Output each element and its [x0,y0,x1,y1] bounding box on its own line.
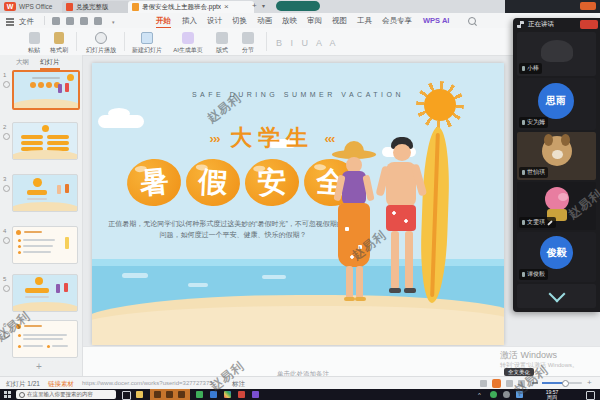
play-from-current-icon[interactable] [492,379,501,388]
participant-video-tile[interactable]: 小棒 [517,32,596,76]
beautify-button[interactable]: 全文美化 [504,368,534,376]
start-button[interactable] [4,391,7,394]
chevron-down-icon [549,286,566,303]
participant-video-tile[interactable]: 思雨 安为姆 [517,78,596,130]
outline-tab[interactable]: 大纲 [16,58,29,67]
zoom-out-icon[interactable] [532,382,538,384]
tab-tools[interactable]: 工具 [357,16,372,26]
taskbar-app-icon[interactable] [210,391,217,398]
tab-animation[interactable]: 动画 [257,16,272,26]
format-painter-button[interactable]: 格式刷 [46,32,72,55]
ai-generate-button[interactable]: AI生成单页 [168,32,208,55]
participant-video-silhouette [541,40,573,62]
tab-document-active[interactable]: 暑假安全线上主题班会.pptx × [128,1,254,13]
zoom-slider-knob[interactable] [562,380,569,387]
meeting-titlebar-button[interactable] [580,2,596,10]
redo-icon[interactable] [94,17,102,25]
taskbar-clock[interactable]: 19:57 周四 [534,389,570,400]
participant-video-tile[interactable]: 俊毅 谭俊毅 [517,232,596,282]
slide-canvas[interactable]: SAFE DURING SUMMER VACATION ››› 大学生 ‹‹‹ … [92,63,504,345]
link-material-label[interactable]: 链接素材 [48,380,74,389]
tray-icon[interactable] [516,391,523,398]
taskbar-app-icon [154,391,161,398]
play-slideshow-button[interactable]: 幻灯片播放 [82,32,120,55]
participant-video-tile[interactable]: 世怡琪 [517,132,596,180]
font-format-tools[interactable]: B I U A A [276,38,339,48]
tray-expand-chevron-icon[interactable]: ^ [478,392,481,398]
file-explorer-icon[interactable] [136,391,143,398]
tab-transition[interactable]: 切换 [232,16,247,26]
mini-text [23,245,53,247]
material-url[interactable]: https://www.docer.com/works?userid=32772… [82,380,213,386]
reading-view-icon[interactable] [518,380,525,387]
slide-sorter-icon[interactable] [506,380,513,387]
taskbar-app-icon[interactable] [252,391,259,398]
file-menu-button[interactable]: 文件 [19,17,34,27]
taskbar-app-icon[interactable] [224,391,231,398]
divider [76,32,77,51]
taskbar-app-icon[interactable] [238,391,245,398]
new-tab-button[interactable]: + [252,1,257,11]
wave [188,283,208,287]
mini-header [24,231,42,233]
tab-member[interactable]: 会员专享 [382,16,412,26]
tab-insert[interactable]: 插入 [182,16,197,26]
slide-thumbnail-3[interactable] [12,174,78,212]
annotate-button[interactable]: 标注 [232,380,245,389]
wps-logo-icon[interactable]: W [4,2,16,11]
slide-thumbnail-4[interactable] [12,226,78,264]
man-leg [391,231,399,289]
print-icon[interactable] [66,17,74,25]
slide-number: 2 [3,124,6,130]
undo-icon[interactable] [80,17,88,25]
participant-name: 谭俊毅 [527,270,545,279]
tray-icon[interactable] [490,391,497,398]
slide-number: 5 [3,276,6,282]
notification-center-icon[interactable] [586,391,595,400]
add-slide-button[interactable]: + [36,361,42,372]
quick-access-chevron-icon[interactable]: ▾ [112,19,115,25]
paste-button[interactable]: 粘贴 [22,32,46,55]
tab-view[interactable]: 视图 [332,16,347,26]
slide-thumbnail-1[interactable] [12,70,80,110]
format-painter-icon [54,32,64,44]
slides-tab[interactable]: 幻灯片 [40,58,60,70]
mini-sun [67,74,74,81]
mini-person [65,237,69,249]
slide-thumbnail-panel: 大纲 幻灯片 1 2 3 [0,55,83,376]
save-icon[interactable] [52,17,60,25]
collapse-panel-tile[interactable] [517,284,596,308]
new-slide-icon [141,32,153,44]
tab-slideshow[interactable]: 放映 [282,16,297,26]
tab-list-chevron-icon[interactable]: ▾ [262,1,265,11]
tab-wps-ai[interactable]: WPS AI [423,16,449,25]
taskbar-app-icon[interactable] [196,391,203,398]
tab-template[interactable]: 兑换完整版 [62,1,132,13]
rename-pencil-icon[interactable] [547,220,553,226]
section-button[interactable]: 分节 [236,32,260,55]
tray-icon[interactable] [503,391,510,398]
slide-thumbnail-2[interactable] [12,122,78,160]
zoom-slider[interactable] [542,382,582,384]
hamburger-menu-icon[interactable] [6,18,14,20]
tab-close-icon[interactable]: × [224,2,229,12]
grid-view-icon[interactable] [517,21,524,28]
paste-icon [29,32,40,44]
slide-thumbnail-5[interactable] [12,274,78,312]
task-view-icon[interactable] [122,391,131,400]
zoom-in-icon[interactable]: + [587,378,592,387]
section-icon [242,32,254,44]
tab-design[interactable]: 设计 [207,16,222,26]
section-label: 分节 [236,46,260,55]
tab-review[interactable]: 审阅 [307,16,322,26]
taskbar-search[interactable]: 在这里输入你要搜索的内容 [16,390,116,399]
layout-button[interactable]: 版式 [210,32,234,55]
active-app-group[interactable] [150,389,190,400]
new-slide-button[interactable]: 新建幻灯片 [128,32,166,55]
slide-thumbnail-6[interactable] [12,320,78,358]
tab-home[interactable]: 开始 [156,16,171,26]
participant-avatar: 思雨 [538,83,574,119]
participant-video-tile[interactable]: 文雯琪 [517,182,596,230]
normal-view-icon[interactable] [480,380,487,387]
leave-meeting-button[interactable] [580,20,598,29]
